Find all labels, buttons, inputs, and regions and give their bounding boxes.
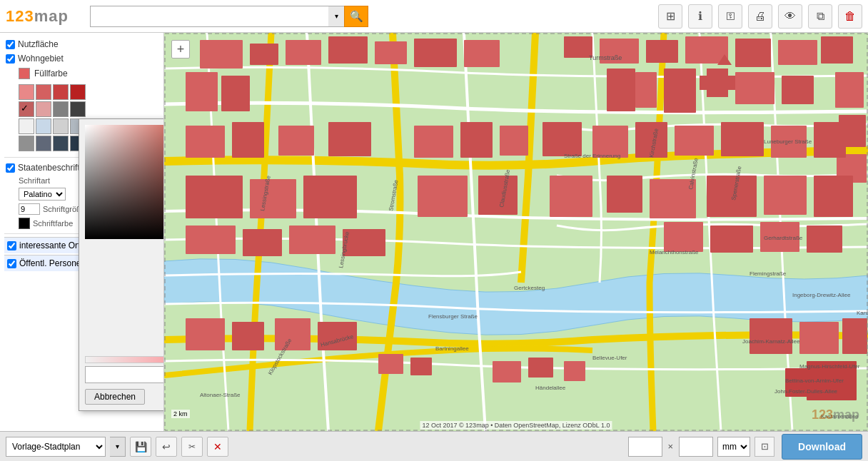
layer-wohngebiet[interactable]: Wohngebiet bbox=[4, 51, 159, 66]
layer-wohngebiet-checkbox[interactable] bbox=[6, 54, 15, 64]
svg-rect-5 bbox=[375, 41, 407, 64]
svg-text:Bellevue-Ufer: Bellevue-Ufer bbox=[592, 355, 627, 361]
picker-cancel-button[interactable]: Abbrechen bbox=[85, 389, 145, 405]
svg-rect-67 bbox=[186, 226, 236, 254]
copy-button[interactable]: ⧉ bbox=[808, 4, 832, 29]
svg-rect-57 bbox=[842, 318, 867, 354]
swatch-4[interactable] bbox=[19, 101, 34, 117]
swatch-8[interactable] bbox=[19, 118, 34, 134]
color-picker-popup: rgb(255, 124, 130) Abbrechen OK bbox=[79, 118, 164, 411]
font-type-label: Schriftart bbox=[19, 176, 50, 185]
fit-button[interactable]: ⊡ bbox=[755, 437, 774, 457]
svg-rect-74 bbox=[807, 226, 842, 253]
opacity-row[interactable] bbox=[85, 356, 164, 363]
swatch-0[interactable] bbox=[19, 84, 34, 100]
swatch-5[interactable] bbox=[36, 101, 51, 117]
svg-rect-13 bbox=[778, 40, 817, 65]
header: 123map Berlin ▾ 🔍 ⊞ ℹ ⚿ 🖨 👁 ⧉ 🗑 bbox=[0, 0, 868, 33]
svg-rect-72 bbox=[710, 226, 753, 253]
save-button[interactable]: 💾 bbox=[130, 437, 151, 457]
svg-rect-53 bbox=[275, 318, 311, 350]
zoom-plus-button[interactable]: + bbox=[171, 40, 190, 59]
width-input[interactable]: 297 bbox=[628, 437, 662, 457]
svg-text:Händelallee: Händelallee bbox=[535, 385, 566, 391]
font-select[interactable]: Palatino bbox=[19, 188, 66, 201]
logo-nums: 123 bbox=[6, 7, 34, 25]
svg-rect-41 bbox=[764, 176, 807, 215]
template-dropdown-button[interactable]: ▾ bbox=[110, 437, 126, 457]
swatch-10[interactable] bbox=[53, 118, 69, 134]
search-input[interactable]: Berlin bbox=[90, 6, 328, 27]
svg-rect-33 bbox=[250, 179, 296, 218]
svg-rect-36 bbox=[478, 176, 518, 215]
fill-color-swatch[interactable] bbox=[19, 68, 30, 79]
swatch-9[interactable] bbox=[36, 118, 51, 134]
swatch-14[interactable] bbox=[53, 136, 69, 151]
download-button[interactable]: Download bbox=[782, 434, 862, 460]
svg-text:Turmstraße: Turmstraße bbox=[589, 54, 622, 61]
rgb-input[interactable]: rgb(255, 124, 130) bbox=[85, 366, 164, 383]
svg-text:Gerhardtstraße: Gerhardtstraße bbox=[764, 235, 803, 241]
layer-nutzflaeche-checkbox[interactable] bbox=[6, 40, 15, 49]
key-button[interactable]: ⚿ bbox=[718, 4, 742, 29]
unit-select[interactable]: mm cm px bbox=[717, 437, 750, 457]
svg-text:Luneburger Straße: Luneburger Straße bbox=[764, 138, 812, 145]
svg-rect-8 bbox=[564, 36, 592, 58]
print-button[interactable]: 🖨 bbox=[748, 4, 772, 29]
scissors-button[interactable]: ✂ bbox=[181, 437, 203, 457]
svg-text:Ingeborg-Drewitz-Allee: Ingeborg-Drewitz-Allee bbox=[792, 292, 851, 298]
layer-nutzflaeche-label: Nutzfläche bbox=[18, 39, 59, 49]
height-input[interactable]: 163 bbox=[679, 437, 713, 457]
frame-button[interactable]: ⊞ bbox=[658, 4, 682, 29]
search-dropdown-button[interactable]: ▾ bbox=[328, 6, 344, 27]
eye-button[interactable]: 👁 bbox=[778, 4, 802, 29]
svg-text:Altonaer-Straße: Altonaer-Straße bbox=[200, 392, 241, 398]
svg-text:John-Foster-Dulles-Allee: John-Foster-Dulles-Allee bbox=[774, 388, 838, 395]
poi-checkbox[interactable] bbox=[7, 241, 16, 250]
swatch-12[interactable] bbox=[19, 136, 34, 151]
close-button[interactable]: ✕ bbox=[207, 437, 228, 457]
picker-bottom: rgb(255, 124, 130) Abbrechen OK bbox=[85, 356, 164, 405]
map-svg[interactable]: Turmstraße Flensburger Straße Hansabrück… bbox=[164, 33, 868, 431]
swatch-7[interactable] bbox=[70, 101, 86, 117]
svg-text:Bettina-von-Arnim-Ufer: Bettina-von-Arnim-Ufer bbox=[785, 378, 844, 384]
undo-button[interactable]: ↩ bbox=[156, 437, 177, 457]
swatch-2[interactable] bbox=[53, 84, 69, 100]
bottom-toolbar: Vorlage-Stadtplan ▾ 💾 ↩ ✂ ✕ 297 × 163 mm… bbox=[0, 431, 868, 461]
svg-rect-47 bbox=[707, 69, 728, 97]
svg-rect-71 bbox=[664, 222, 703, 252]
swatch-13[interactable] bbox=[36, 136, 51, 151]
scale-bar: 2 km bbox=[171, 410, 190, 418]
svg-text:Kanzleramtsteg: Kanzleramtsteg bbox=[857, 310, 868, 316]
svg-rect-61 bbox=[410, 358, 432, 375]
state-label-checkbox[interactable] bbox=[6, 163, 15, 173]
info-button[interactable]: ℹ bbox=[688, 4, 712, 29]
svg-rect-23 bbox=[460, 122, 493, 158]
layer-nutzflaeche[interactable]: Nutzfläche bbox=[4, 37, 159, 51]
swatch-3[interactable] bbox=[70, 84, 86, 100]
svg-text:Melanchthonstraße: Melanchthonstraße bbox=[650, 249, 699, 255]
svg-rect-19 bbox=[232, 122, 264, 158]
svg-text:Magnus-Hirschfeld-Ufer: Magnus-Hirschfeld-Ufer bbox=[799, 363, 860, 370]
map-area[interactable]: Turmstraße Flensburger Straße Hansabrück… bbox=[164, 33, 868, 431]
svg-rect-32 bbox=[186, 176, 243, 218]
search-button[interactable]: 🔍 bbox=[344, 6, 368, 27]
transit-checkbox[interactable] bbox=[7, 259, 16, 268]
swatch-1[interactable] bbox=[36, 84, 51, 100]
svg-rect-29 bbox=[721, 122, 764, 156]
layer-wohngebiet-label: Wohngebiet bbox=[18, 54, 64, 64]
svg-rect-12 bbox=[735, 39, 771, 67]
delete-button[interactable]: 🗑 bbox=[838, 4, 862, 29]
font-size-input[interactable] bbox=[19, 203, 40, 215]
template-select[interactable]: Vorlage-Stadtplan bbox=[6, 437, 106, 457]
font-color-swatch[interactable] bbox=[19, 218, 30, 229]
svg-rect-66 bbox=[221, 76, 250, 111]
map-watermark: 123map bbox=[812, 407, 859, 422]
svg-rect-63 bbox=[528, 358, 553, 378]
svg-text:Gertckesteg: Gertckesteg bbox=[514, 285, 545, 291]
color-picker-gradient[interactable] bbox=[85, 125, 164, 239]
fill-color-label: Füllfarbe bbox=[34, 69, 68, 78]
map-copyright: 12 Oct 2017 © 123map • Daten OpenStreetM… bbox=[420, 421, 612, 430]
app-logo: 123map bbox=[6, 7, 84, 26]
swatch-6[interactable] bbox=[53, 101, 69, 117]
